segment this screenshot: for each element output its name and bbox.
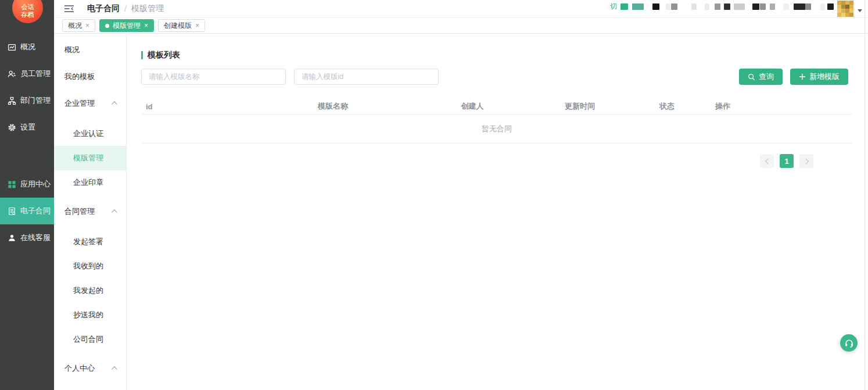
- active-tab-dot-icon: [105, 24, 109, 28]
- subnav-item-enterprise-seal[interactable]: 企业印章: [54, 170, 126, 195]
- pagination-page-1[interactable]: 1: [780, 154, 794, 168]
- redacted-blocks: [617, 3, 834, 10]
- app-logo[interactable]: 会话 存档: [12, 0, 43, 23]
- sidebar-item-label: 概况: [20, 42, 35, 52]
- subnav-label: 我发起的: [73, 285, 103, 296]
- title-accent-bar: [141, 51, 143, 59]
- chevron-up-icon: [112, 366, 117, 372]
- search-button[interactable]: 查询: [739, 69, 783, 85]
- template-name-input[interactable]: [141, 69, 286, 85]
- sidebar-item-app-center[interactable]: 应用中心: [0, 171, 54, 198]
- tab-create-template[interactable]: 创建模版 ×: [158, 19, 205, 32]
- avatar-pixel: [837, 9, 841, 13]
- search-button-label: 查询: [759, 71, 774, 82]
- avatar[interactable]: [837, 1, 853, 17]
- sidebar-item-employees[interactable]: 员工管理: [0, 60, 54, 87]
- top-header: 电子合同 / 模版管理 切: [54, 0, 868, 18]
- chevron-up-icon: [112, 209, 117, 215]
- chevron-up-icon: [112, 101, 117, 107]
- contract-icon: [7, 206, 16, 216]
- chevron-down-icon[interactable]: [858, 9, 862, 12]
- redacted-text-block: [760, 3, 766, 10]
- logo-text-line1: 会话: [21, 3, 34, 12]
- tab-close-icon[interactable]: ×: [85, 22, 89, 29]
- tab-bar: 概况 × 模版管理 × 创建模版 ×: [54, 18, 868, 34]
- avatar-pixel: [841, 13, 845, 17]
- main-content: 模板列表 查询 新增模版 id 模版名称 创建人 更新时间: [127, 34, 865, 390]
- subnav-item-initiated-by-me[interactable]: 我发起的: [54, 278, 126, 303]
- tab-label: 创建模版: [164, 21, 192, 31]
- sidebar-item-online-service[interactable]: 在线客服: [0, 224, 54, 251]
- subnav-label: 合同管理: [64, 206, 95, 217]
- subnav-label: 企业管理: [64, 98, 95, 109]
- template-id-input[interactable]: [294, 69, 439, 85]
- tab-template-management[interactable]: 模版管理 ×: [99, 19, 154, 32]
- subnav-item-initiate-signing[interactable]: 发起签署: [54, 230, 126, 254]
- subnav-item-personal-center[interactable]: 个人中心: [54, 355, 126, 382]
- pagination-prev-button[interactable]: [760, 154, 774, 168]
- avatar-pixel: [841, 9, 845, 13]
- chevron-right-icon: [803, 158, 809, 164]
- headset-icon: [844, 338, 854, 348]
- redacted-text-block: [671, 3, 677, 10]
- redacted-text-block: [620, 3, 628, 10]
- subnav-item-received[interactable]: 我收到的: [54, 254, 126, 278]
- subnav-item-enterprise-management[interactable]: 企业管理: [54, 90, 126, 117]
- header-right: 切: [610, 1, 862, 17]
- sidebar-item-settings[interactable]: 设置: [0, 114, 54, 141]
- sidebar-item-overview[interactable]: 概况: [0, 34, 54, 60]
- plus-icon: [799, 73, 806, 80]
- sidebar-item-departments[interactable]: 部门管理: [0, 87, 54, 114]
- tab-label: 概况: [68, 21, 82, 31]
- pagination-next-button[interactable]: [799, 154, 813, 168]
- subnav-label: 企业认证: [73, 128, 103, 139]
- secondary-sidebar: 概况 我的模板 企业管理 企业认证 模版管理 企业印章 合同管理 发起签署 我收…: [54, 34, 127, 390]
- collapse-sidebar-icon[interactable]: [64, 5, 74, 13]
- avatar-pixel: [837, 1, 841, 5]
- add-template-button-label: 新增模版: [809, 71, 840, 82]
- primary-nav: 概况 员工管理 部门管理 设置 应用中心: [0, 34, 54, 251]
- subnav-item-template-management[interactable]: 模版管理: [54, 146, 126, 170]
- add-template-button[interactable]: 新增模版: [790, 69, 848, 85]
- tab-close-icon[interactable]: ×: [195, 22, 199, 29]
- breadcrumb: 电子合同 / 模版管理: [87, 3, 164, 14]
- primary-sidebar: 会话 存档 概况 员工管理 部门管理 设置: [0, 0, 54, 390]
- redacted-text-block: [666, 3, 670, 10]
- section-title: 模板列表: [141, 49, 865, 61]
- departments-icon: [7, 96, 16, 105]
- redacted-text-block: [794, 3, 805, 10]
- subnav-item-company-contracts[interactable]: 公司合同: [54, 327, 126, 352]
- tab-close-icon[interactable]: ×: [144, 22, 148, 29]
- subnav-label: 个人中心: [64, 363, 95, 374]
- column-header-name: 模版名称: [252, 101, 414, 112]
- avatar-pixel: [845, 5, 849, 9]
- customer-service-button[interactable]: [840, 334, 858, 352]
- subnav-item-overview[interactable]: 概况: [54, 37, 126, 63]
- sidebar-item-label: 应用中心: [20, 179, 51, 189]
- breadcrumb-root[interactable]: 电子合同: [87, 3, 120, 14]
- subnav-group-contract: 发起签署 我收到的 我发起的 抄送我的 公司合同: [54, 225, 126, 355]
- sidebar-group-gap: [0, 141, 54, 171]
- redacted-text-block: [691, 3, 697, 10]
- subnav-item-my-templates[interactable]: 我的模板: [54, 63, 126, 90]
- sidebar-item-e-contract[interactable]: 电子合同: [0, 198, 54, 224]
- avatar-pixel: [849, 1, 853, 5]
- subnav-item-contract-management[interactable]: 合同管理: [54, 198, 126, 225]
- subnav-label: 模版管理: [73, 153, 103, 163]
- subnav-item-enterprise-certification[interactable]: 企业认证: [54, 121, 126, 146]
- avatar-pixel: [837, 13, 841, 17]
- avatar-pixel: [849, 13, 853, 17]
- redacted-text-block: [715, 3, 720, 10]
- redacted-green-text[interactable]: 切: [610, 2, 617, 12]
- avatar-pixel: [849, 5, 853, 9]
- redacted-text-block: [724, 3, 730, 10]
- avatar-pixel: [841, 5, 845, 9]
- pagination: 1: [141, 154, 813, 168]
- sidebar-item-label: 员工管理: [20, 69, 51, 79]
- sidebar-item-label: 在线客服: [20, 232, 51, 243]
- subnav-label: 公司合同: [73, 334, 103, 345]
- apps-icon: [7, 180, 16, 189]
- template-table: id 模版名称 创建人 更新时间 状态 操作 暂无合同: [141, 99, 852, 144]
- tab-overview[interactable]: 概况 ×: [62, 19, 95, 32]
- subnav-item-cc-to-me[interactable]: 抄送我的: [54, 303, 126, 327]
